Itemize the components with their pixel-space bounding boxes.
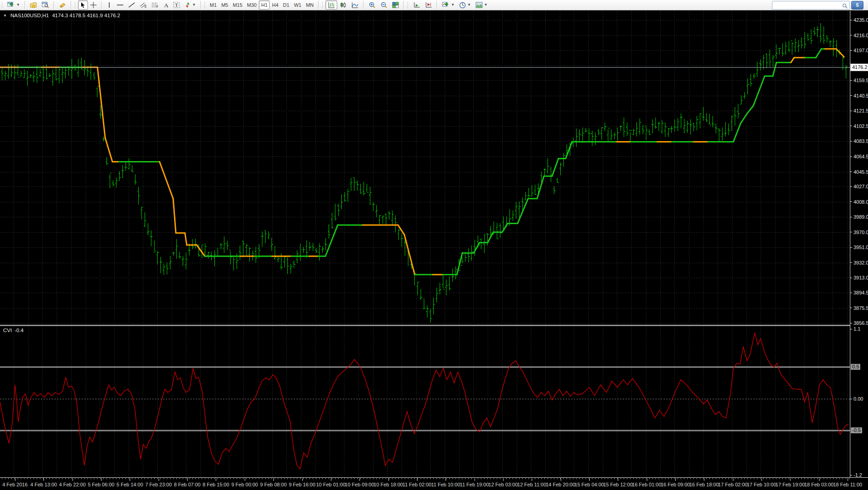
- auto-scroll-button[interactable]: [411, 0, 422, 10]
- toolbar-grip[interactable]: [322, 1, 324, 9]
- text-label-button[interactable]: T: [171, 0, 182, 10]
- time-axis-ticks: [0, 478, 850, 482]
- horizontal-line-button[interactable]: [114, 0, 126, 10]
- svg-text:A: A: [164, 2, 169, 8]
- time-axis-label: 18 Feb 11:00: [833, 482, 862, 487]
- chart-shift-icon: [425, 2, 432, 8]
- price-tick-mark: [850, 247, 852, 248]
- price-tick-mark: [850, 141, 852, 142]
- timeframe-m5-button[interactable]: M5: [219, 0, 230, 10]
- time-axis-label: 9 Feb 08:00: [260, 482, 287, 487]
- toolbar-separator: [53, 1, 54, 9]
- new-chart-button[interactable]: ▼: [5, 0, 22, 10]
- price-axis-label: 4197.0: [853, 47, 868, 54]
- dropdown-caret-icon[interactable]: ▼: [192, 3, 196, 7]
- timeframe-d1-button[interactable]: D1: [281, 0, 291, 10]
- svg-text:T: T: [175, 2, 178, 8]
- main-grid: [0, 11, 850, 325]
- price-axis-label: 4045.5: [853, 169, 868, 175]
- time-axis-label: 9 Feb 00:00: [231, 482, 258, 487]
- tile-windows-icon: [392, 2, 399, 8]
- toolbar-group: [77, 0, 100, 10]
- cursor-icon: [80, 2, 86, 8]
- price-tick-mark: [850, 126, 852, 126]
- time-axis-label: 4 Feb 2016: [2, 482, 28, 487]
- search-icon[interactable]: [842, 2, 848, 8]
- chart-candles-button[interactable]: [337, 0, 349, 10]
- chart-line-button[interactable]: [349, 0, 361, 10]
- price-axis-label: 3913.0: [853, 274, 868, 281]
- zoom-in-button[interactable]: [366, 0, 378, 10]
- time-axis-label: 4 Feb 13:00: [30, 482, 57, 487]
- arrows-button[interactable]: ▼: [182, 0, 198, 10]
- equidistant-channel-button[interactable]: E: [137, 0, 149, 10]
- new-chart-icon: [7, 2, 15, 9]
- price-tick-mark: [850, 308, 852, 308]
- main-chart-canvas[interactable]: [0, 11, 850, 325]
- cvi-indicator-canvas[interactable]: [0, 326, 850, 477]
- toolbar-grip[interactable]: [74, 1, 76, 9]
- time-axis-label: 17 Feb 02:00: [718, 482, 747, 487]
- time-axis-label: 9 Feb 16:00: [289, 482, 315, 487]
- cvi-value: -0.4: [15, 328, 24, 333]
- text-button[interactable]: A: [161, 0, 171, 10]
- chart-bars-button[interactable]: [325, 0, 337, 10]
- chart-region: 4 Feb 20164 Feb 13:004 Feb 22:005 Feb 06…: [0, 11, 868, 490]
- templates-button[interactable]: ▼: [473, 0, 490, 10]
- cvi-level-badge: -0.5: [851, 427, 862, 433]
- profiles-button[interactable]: [28, 0, 39, 10]
- dropdown-caret-icon[interactable]: ▼: [467, 3, 471, 7]
- dropdown-caret-icon[interactable]: ▼: [451, 3, 455, 7]
- collapse-triangle-icon[interactable]: ▼: [3, 14, 7, 18]
- search-input[interactable]: [772, 1, 850, 10]
- price-tick-mark: [850, 35, 852, 35]
- periods-button[interactable]: ▼: [457, 0, 473, 10]
- price-axis-label: 4083.5: [853, 138, 868, 144]
- crosshair-icon: [90, 2, 97, 8]
- zoom-out-icon: [380, 2, 388, 9]
- price-tick-mark: [850, 262, 852, 263]
- price-axis[interactable]: 4235.04216.04197.04178.54159.54140.54121…: [850, 11, 868, 477]
- notifications-badge[interactable]: 5: [851, 1, 863, 10]
- dropdown-caret-icon[interactable]: ▼: [484, 3, 488, 7]
- toolbar-grip[interactable]: [204, 1, 206, 9]
- time-axis-label: 12 Feb 03:00: [489, 482, 518, 487]
- price-axis-label: 4008.0: [853, 199, 868, 205]
- timeframe-mn-button[interactable]: MN: [304, 0, 316, 10]
- timeframe-m1-button[interactable]: M1: [208, 0, 219, 10]
- timeframe-m15-button[interactable]: M15: [230, 0, 244, 10]
- crosshair-button[interactable]: [88, 0, 99, 10]
- timeframe-h4-button[interactable]: H4: [270, 0, 281, 10]
- timeframe-w1-button[interactable]: W1: [291, 0, 304, 10]
- toolbar-group: ▼▼▼: [439, 0, 491, 10]
- chart-shift-button[interactable]: [422, 0, 434, 10]
- cursor-button[interactable]: [78, 0, 88, 10]
- eraser-button[interactable]: [57, 0, 68, 10]
- tile-windows-button[interactable]: [390, 0, 401, 10]
- cvi-axis-label: 0.00: [853, 396, 863, 402]
- timeframe-h1-button[interactable]: H1: [259, 0, 270, 10]
- auto-scroll-icon: [413, 2, 420, 8]
- price-tick-mark: [850, 201, 852, 202]
- price-axis-label: 4102.5: [853, 123, 868, 129]
- zoom-out-button[interactable]: [378, 0, 390, 10]
- time-axis-label: 16 Feb 18:00: [689, 482, 719, 487]
- vertical-line-button[interactable]: [104, 0, 114, 10]
- toolbar-group: [410, 0, 435, 10]
- dropdown-caret-icon[interactable]: ▼: [16, 3, 20, 7]
- toolbar-group: [56, 0, 69, 10]
- fibonacci-retracement-button[interactable]: F: [149, 0, 161, 10]
- time-axis-label: 11 Feb 02:00: [402, 482, 432, 487]
- toolbar-separator: [363, 1, 364, 9]
- indicators-button[interactable]: ▼: [440, 0, 457, 10]
- toolbar-grip[interactable]: [1, 1, 3, 9]
- equidistant-channel-icon: E: [140, 2, 147, 8]
- toolbar-separator: [24, 1, 25, 9]
- time-axis-label: 16 Feb 01:00: [632, 482, 661, 487]
- timeframe-m30-button[interactable]: M30: [245, 0, 259, 10]
- price-axis-label: 4121.5: [853, 108, 868, 114]
- toolbar-grip[interactable]: [407, 1, 409, 9]
- trendline-button[interactable]: [126, 0, 137, 10]
- data-window-button[interactable]: [39, 0, 51, 10]
- time-axis-label: 8 Feb 07:00: [174, 482, 201, 487]
